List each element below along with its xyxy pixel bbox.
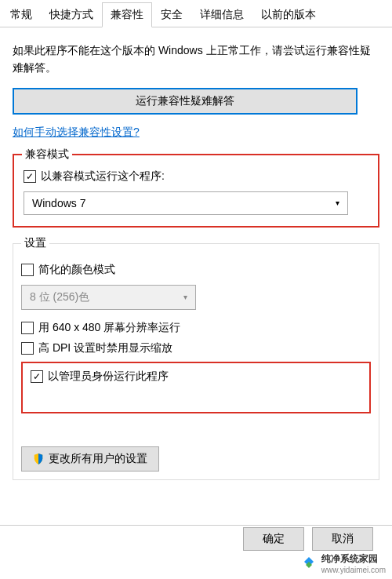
compat-mode-checkbox-row: 以兼容模式运行这个程序:: [24, 169, 368, 184]
run-admin-row: 以管理员身份运行此程序: [31, 370, 361, 384]
compat-mode-select[interactable]: Windows 7 ▾: [24, 191, 348, 215]
highlight-run-admin: 以管理员身份运行此程序: [21, 362, 371, 413]
manual-settings-link[interactable]: 如何手动选择兼容性设置?: [13, 126, 140, 140]
troubleshoot-button[interactable]: 运行兼容性疑难解答: [13, 88, 358, 115]
separator: [0, 525, 392, 526]
tab-shortcut[interactable]: 快捷方式: [41, 2, 102, 27]
change-all-users-button[interactable]: 更改所有用户的设置: [21, 446, 159, 472]
color-mode-select-value: 8 位 (256)色: [30, 290, 89, 304]
chevron-down-icon: ▾: [183, 293, 187, 301]
content-area: 如果此程序不能在这个版本的 Windows 上正常工作，请尝试运行兼容性疑难解答…: [0, 27, 392, 488]
watermark-name: 纯净系统家园: [321, 552, 386, 566]
reduced-color-row: 简化的颜色模式: [21, 263, 371, 277]
tab-previous[interactable]: 以前的版本: [252, 2, 325, 27]
dialog-buttons: 确定 取消: [243, 527, 373, 551]
run-admin-checkbox[interactable]: [31, 370, 43, 383]
settings-group: 设置 简化的颜色模式 8 位 (256)色 ▾ 用 640 x 480 屏幕分辨…: [13, 243, 379, 480]
compat-mode-checkbox[interactable]: [24, 170, 36, 183]
change-all-users-label: 更改所有用户的设置: [49, 452, 147, 466]
res-640-checkbox[interactable]: [21, 322, 34, 334]
high-dpi-row: 高 DPI 设置时禁用显示缩放: [21, 341, 371, 355]
settings-title: 设置: [21, 236, 49, 250]
res-640-row: 用 640 x 480 屏幕分辨率运行: [21, 321, 371, 335]
tab-compatibility[interactable]: 兼容性: [102, 2, 152, 27]
high-dpi-label: 高 DPI 设置时禁用显示缩放: [38, 341, 172, 355]
res-640-label: 用 640 x 480 屏幕分辨率运行: [38, 321, 180, 335]
tab-security[interactable]: 安全: [152, 2, 191, 27]
shield-icon: [33, 453, 44, 464]
run-admin-label: 以管理员身份运行此程序: [48, 370, 169, 384]
tab-general[interactable]: 常规: [2, 2, 41, 27]
high-dpi-checkbox[interactable]: [21, 342, 34, 355]
compat-mode-select-value: Windows 7: [32, 197, 85, 209]
cancel-button[interactable]: 取消: [312, 527, 373, 551]
ok-button[interactable]: 确定: [243, 527, 304, 551]
reduced-color-checkbox[interactable]: [21, 264, 34, 276]
chevron-down-icon: ▾: [336, 198, 339, 207]
intro-text: 如果此程序不能在这个版本的 Windows 上正常工作，请尝试运行兼容性疑难解答…: [13, 42, 379, 77]
watermark-url: www.yidaimei.com: [321, 566, 386, 574]
watermark-logo-icon: [301, 555, 317, 571]
watermark-text-block: 纯净系统家园 www.yidaimei.com: [321, 552, 386, 574]
tab-details[interactable]: 详细信息: [191, 2, 252, 27]
tab-bar: 常规 快捷方式 兼容性 安全 详细信息 以前的版本: [0, 2, 392, 27]
highlight-compat-mode: 兼容模式 以兼容模式运行这个程序: Windows 7 ▾: [13, 154, 379, 228]
reduced-color-label: 简化的颜色模式: [38, 263, 115, 277]
watermark: 纯净系统家园 www.yidaimei.com: [301, 552, 386, 574]
compat-mode-title: 兼容模式: [22, 147, 72, 162]
compat-mode-label: 以兼容模式运行这个程序:: [41, 169, 165, 184]
color-mode-select: 8 位 (256)色 ▾: [21, 285, 196, 310]
